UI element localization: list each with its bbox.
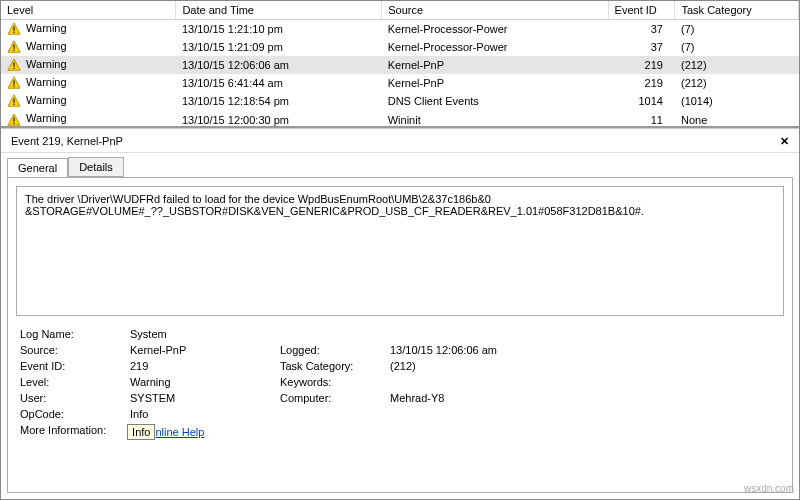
table-row[interactable]: Warning13/10/15 12:18:54 pmDNS Client Ev… — [1, 92, 799, 110]
svg-rect-13 — [13, 99, 14, 103]
label-source: Source: — [20, 344, 130, 356]
table-row[interactable]: Warning13/10/15 12:00:30 pmWininit11None — [1, 110, 799, 128]
cell-date: 13/10/15 1:21:09 pm — [176, 38, 382, 56]
label-taskcat: Task Category: — [280, 360, 390, 372]
cell-date: 13/10/15 6:41:44 am — [176, 74, 382, 92]
svg-rect-7 — [13, 63, 14, 67]
warning-icon — [7, 94, 23, 106]
cell-task: None — [675, 110, 799, 128]
value-user: SYSTEM — [130, 392, 280, 404]
svg-rect-11 — [13, 86, 14, 87]
cell-level: Warning — [1, 38, 176, 56]
label-level: Level: — [20, 376, 130, 388]
cell-level: Warning — [1, 20, 176, 39]
svg-rect-8 — [13, 68, 14, 69]
warning-icon — [7, 40, 23, 52]
cell-source: Kernel-PnP — [382, 74, 608, 92]
cell-eventid: 219 — [608, 74, 675, 92]
value-logged: 13/10/15 12:06:06 am — [390, 344, 590, 356]
label-eventid: Event ID: — [20, 360, 130, 372]
cell-task: (212) — [675, 74, 799, 92]
cell-date: 13/10/15 1:21:10 pm — [176, 20, 382, 39]
cell-task: (7) — [675, 20, 799, 39]
cell-task: (7) — [675, 38, 799, 56]
close-icon[interactable]: ✕ — [780, 135, 789, 148]
event-log-help-link-tail[interactable]: nline Help — [155, 426, 204, 438]
cell-date: 13/10/15 12:00:30 pm — [176, 110, 382, 128]
tab-content: The driver \Driver\WUDFRd failed to load… — [7, 177, 793, 493]
value-taskcat: (212) — [390, 360, 590, 372]
svg-rect-16 — [13, 117, 14, 121]
cell-eventid: 37 — [608, 20, 675, 39]
properties-grid: Log Name: System Source: Kernel-PnP Logg… — [16, 326, 784, 442]
tabs: GeneralDetails — [1, 153, 799, 177]
svg-rect-4 — [13, 45, 14, 49]
value-logname: System — [130, 328, 280, 340]
cell-level: Warning — [1, 56, 176, 74]
tooltip: Info — [127, 424, 155, 440]
label-logname: Log Name: — [20, 328, 130, 340]
tab-details[interactable]: Details — [68, 157, 124, 177]
event-list-panel: Level Date and Time Source Event ID Task… — [1, 1, 799, 128]
detail-panel: Event 219, Kernel-PnP ✕ GeneralDetails T… — [1, 128, 799, 499]
cell-level: Warning — [1, 110, 176, 128]
svg-rect-14 — [13, 104, 14, 105]
cell-eventid: 37 — [608, 38, 675, 56]
cell-eventid: 11 — [608, 110, 675, 128]
cell-task: (212) — [675, 56, 799, 74]
svg-rect-2 — [13, 32, 14, 33]
cell-source: Kernel-Processor-Power — [382, 38, 608, 56]
event-message-box[interactable]: The driver \Driver\WUDFRd failed to load… — [16, 186, 784, 316]
label-logged: Logged: — [280, 344, 390, 356]
svg-rect-1 — [13, 26, 14, 30]
cell-level: Warning — [1, 74, 176, 92]
tab-general[interactable]: General — [7, 158, 68, 177]
event-table: Level Date and Time Source Event ID Task… — [1, 1, 799, 128]
cell-eventid: 1014 — [608, 92, 675, 110]
table-row[interactable]: Warning13/10/15 6:41:44 amKernel-PnP219(… — [1, 74, 799, 92]
cell-task: (1014) — [675, 92, 799, 110]
warning-icon — [7, 58, 23, 70]
message-line: The driver \Driver\WUDFRd failed to load… — [25, 193, 775, 205]
table-header-row: Level Date and Time Source Event ID Task… — [1, 1, 799, 20]
cell-eventid: 219 — [608, 56, 675, 74]
value-eventid: 219 — [130, 360, 280, 372]
col-header-level[interactable]: Level — [1, 1, 176, 20]
warning-icon — [7, 76, 23, 88]
detail-title: Event 219, Kernel-PnP — [11, 135, 123, 148]
detail-header: Event 219, Kernel-PnP ✕ — [1, 129, 799, 153]
label-user: User: — [20, 392, 130, 404]
cell-source: Kernel-Processor-Power — [382, 20, 608, 39]
col-header-source[interactable]: Source — [382, 1, 608, 20]
svg-rect-5 — [13, 50, 14, 51]
table-row[interactable]: Warning13/10/15 12:06:06 amKernel-PnP219… — [1, 56, 799, 74]
cell-source: Wininit — [382, 110, 608, 128]
table-row[interactable]: Warning13/10/15 1:21:10 pmKernel-Process… — [1, 20, 799, 39]
col-header-eventid[interactable]: Event ID — [608, 1, 675, 20]
value-level: Warning — [130, 376, 280, 388]
cell-source: Kernel-PnP — [382, 56, 608, 74]
table-row[interactable]: Warning13/10/15 1:21:09 pmKernel-Process… — [1, 38, 799, 56]
label-opcode: OpCode: — [20, 408, 130, 420]
cell-source: DNS Client Events — [382, 92, 608, 110]
value-source: Kernel-PnP — [130, 344, 280, 356]
message-line: &STORAGE#VOLUME#_??_USBSTOR#DISK&VEN_GEN… — [25, 205, 775, 217]
watermark: wsxdn.com — [744, 483, 794, 494]
label-moreinfo: More Information: — [20, 424, 130, 440]
svg-rect-17 — [13, 122, 14, 123]
cell-date: 13/10/15 12:06:06 am — [176, 56, 382, 74]
cell-level: Warning — [1, 92, 176, 110]
value-computer: Mehrad-Y8 — [390, 392, 590, 404]
col-header-date[interactable]: Date and Time — [176, 1, 382, 20]
warning-icon — [7, 112, 23, 124]
value-opcode: Info — [130, 408, 280, 420]
warning-icon — [7, 22, 23, 34]
svg-rect-10 — [13, 81, 14, 85]
label-computer: Computer: — [280, 392, 390, 404]
col-header-task[interactable]: Task Category — [675, 1, 799, 20]
cell-date: 13/10/15 12:18:54 pm — [176, 92, 382, 110]
value-keywords — [390, 376, 590, 388]
label-keywords: Keywords: — [280, 376, 390, 388]
